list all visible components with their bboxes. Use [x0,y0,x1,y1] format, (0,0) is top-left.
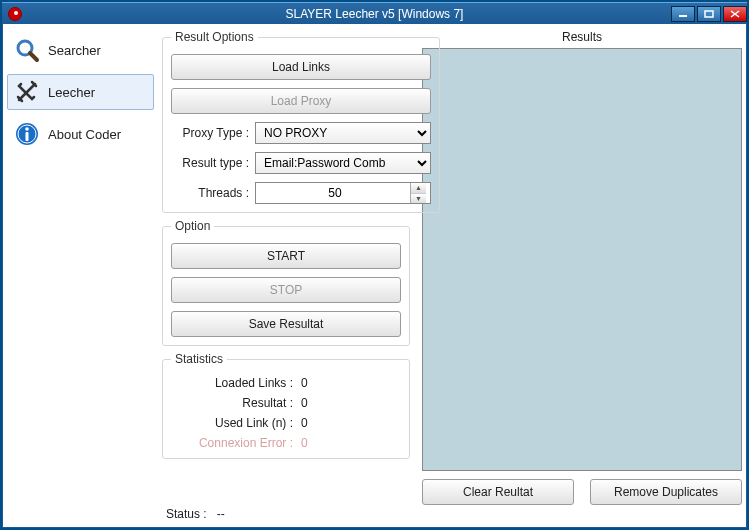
svg-rect-9 [26,132,29,141]
option-group: Option START STOP Save Resultat [162,219,410,346]
sidebar-item-searcher[interactable]: Searcher [7,32,154,68]
results-listbox[interactable] [422,48,742,471]
result-type-label: Result type : [171,156,255,170]
search-icon [14,37,40,63]
result-type-select[interactable]: Email:Password Comb [255,152,431,174]
left-column: Result Options Load Links Load Proxy Pro… [162,30,410,505]
app-icon [8,7,22,21]
spin-down-icon[interactable]: ▼ [411,194,426,204]
proxy-type-select[interactable]: NO PROXY [255,122,431,144]
resultat-value: 0 [301,396,308,410]
proxy-type-label: Proxy Type : [171,126,255,140]
spin-up-icon[interactable]: ▲ [411,183,426,194]
stop-button: STOP [171,277,401,303]
result-options-legend: Result Options [171,30,258,44]
maximize-button[interactable] [697,6,721,22]
svg-line-5 [30,53,37,60]
resultat-label: Resultat : [171,396,301,410]
statistics-group: Statistics Loaded Links :0 Resultat :0 U… [162,352,410,459]
results-label: Results [422,30,742,44]
option-legend: Option [171,219,214,233]
main: Result Options Load Links Load Proxy Pro… [158,24,746,527]
info-icon [14,121,40,147]
used-link-value: 0 [301,416,308,430]
minimize-button[interactable] [671,6,695,22]
status-bar: Status : -- [162,505,742,523]
threads-spinner[interactable]: ▲▼ [410,183,426,203]
sidebar-item-leecher[interactable]: Leecher [7,74,154,110]
close-button[interactable] [723,6,747,22]
load-links-button[interactable]: Load Links [171,54,431,80]
result-options-group: Result Options Load Links Load Proxy Pro… [162,30,440,213]
conn-error-value: 0 [301,436,308,450]
loaded-links-label: Loaded Links : [171,376,301,390]
sidebar-label: Searcher [48,43,101,58]
threads-value[interactable] [260,183,410,203]
sidebar: Searcher Leecher About Coder [3,24,158,527]
status-label: Status : [166,507,207,521]
start-button[interactable]: START [171,243,401,269]
loaded-links-value: 0 [301,376,308,390]
sidebar-label: Leecher [48,85,95,100]
used-link-label: Used Link (n) : [171,416,301,430]
right-column: Results Clear Reultat Remove Duplicates [422,30,742,505]
sidebar-item-about[interactable]: About Coder [7,116,154,152]
status-value: -- [217,507,225,521]
svg-point-8 [25,127,29,131]
statistics-legend: Statistics [171,352,227,366]
svg-rect-1 [705,11,713,17]
sidebar-label: About Coder [48,127,121,142]
conn-error-label: Connexion Error : [171,436,301,450]
save-resultat-button[interactable]: Save Resultat [171,311,401,337]
tools-icon [14,79,40,105]
remove-duplicates-button[interactable]: Remove Duplicates [590,479,742,505]
content: Searcher Leecher About Coder Result Opti… [2,24,747,528]
threads-input[interactable]: ▲▼ [255,182,431,204]
window-buttons [669,6,747,22]
titlebar: SLAYER Leecher v5 [Windows 7] [2,2,747,24]
load-proxy-button: Load Proxy [171,88,431,114]
window-title: SLAYER Leecher v5 [Windows 7] [286,7,464,21]
threads-label: Threads : [171,186,255,200]
clear-resultat-button[interactable]: Clear Reultat [422,479,574,505]
